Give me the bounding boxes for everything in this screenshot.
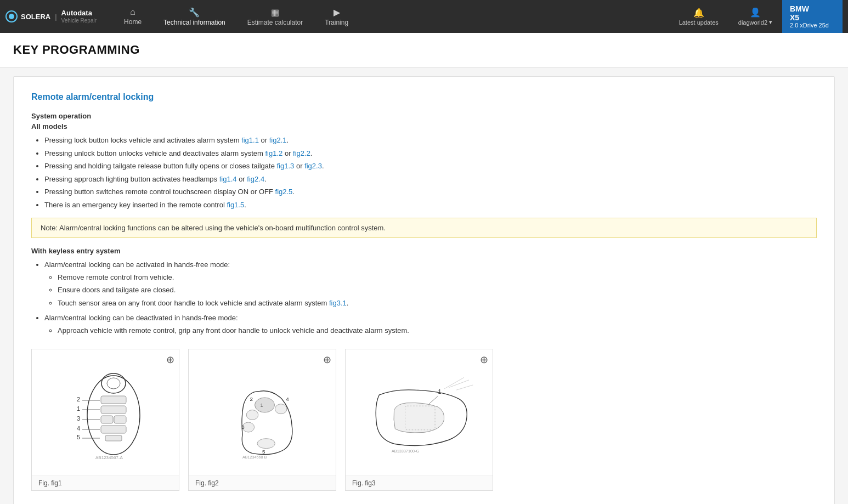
key-fig2-svg: 2 3 4 1 5 xyxy=(213,363,312,462)
list-item: Pressing button switches remote control … xyxy=(44,186,817,197)
wrench-icon: 🔧 xyxy=(189,7,200,18)
note-text: Note: Alarm/central locking functions ca… xyxy=(41,224,386,232)
list-item: Alarm/central locking can be activated i… xyxy=(44,259,817,308)
fig2-1-link[interactable]: fig2.1 xyxy=(269,136,287,144)
figure-card-fig1: ⊕ xyxy=(31,349,179,491)
nav-estimate-calculator[interactable]: ▦ Estimate calculator xyxy=(236,0,314,33)
svg-line-35 xyxy=(429,396,438,404)
fig2-2-link[interactable]: fig2.2 xyxy=(293,149,310,157)
main-content: Remote alarm/central locking System oper… xyxy=(0,67,848,504)
brand-divider: | xyxy=(55,13,56,21)
vehicle-brand: BMW xyxy=(790,4,835,13)
keyless-list: Alarm/central locking can be activated i… xyxy=(31,259,817,336)
nav-home[interactable]: ⌂ Home xyxy=(113,0,152,33)
figure-image-fig1: 2 1 3 4 5 AB1234567-A xyxy=(32,349,179,475)
nav-right: 🔔 Latest updates 👤 diagworld2 ▾ xyxy=(669,0,782,33)
svg-text:1: 1 xyxy=(260,403,263,408)
bell-icon: 🔔 xyxy=(693,8,704,18)
page-title: KEY PROGRAMMING xyxy=(13,43,835,57)
list-item: Pressing lock button locks vehicle and a… xyxy=(44,135,817,146)
list-item: Pressing unlock button unlocks vehicle a… xyxy=(44,148,817,159)
nav-items: ⌂ Home 🔧 Technical information ▦ Estimat… xyxy=(113,0,669,33)
section-title: Remote alarm/central locking xyxy=(31,92,817,102)
fig2-4-link[interactable]: fig2.4 xyxy=(247,175,264,183)
svg-point-3 xyxy=(101,373,126,393)
svg-text:5: 5 xyxy=(262,449,265,455)
svg-text:2: 2 xyxy=(250,396,253,402)
svg-text:4: 4 xyxy=(77,425,80,432)
fig2-5-link[interactable]: fig2.5 xyxy=(275,188,293,196)
svg-rect-5 xyxy=(101,396,126,404)
zoom-icon-fig3[interactable]: ⊕ xyxy=(480,354,488,366)
fig1-4-link[interactable]: fig1.4 xyxy=(219,175,237,183)
list-item: Pressing and holding tailgate release bu… xyxy=(44,161,817,172)
svg-text:5: 5 xyxy=(77,434,80,440)
keyless-heading: With keyless entry system xyxy=(31,247,817,255)
fig2-3-link[interactable]: fig2.3 xyxy=(304,162,322,170)
autodata-brand: Autodata Vehicle Repair xyxy=(61,9,97,24)
user-label: diagworld2 ▾ xyxy=(738,19,772,26)
svg-rect-7 xyxy=(101,416,113,423)
system-operation: System operation All models Pressing loc… xyxy=(31,112,817,210)
door-handle-fig3-svg: 1 AB13337100-G xyxy=(364,369,474,456)
latest-updates-label: Latest updates xyxy=(679,19,719,26)
latest-updates-button[interactable]: 🔔 Latest updates xyxy=(669,0,728,33)
list-item: There is an emergency key inserted in th… xyxy=(44,200,817,211)
svg-point-1 xyxy=(9,14,14,19)
brand-logo: SOLERA | Autodata Vehicle Repair xyxy=(5,9,97,24)
fig1-5-link[interactable]: fig1.5 xyxy=(227,201,244,209)
list-item: Approach vehicle with remote control, gr… xyxy=(58,325,817,336)
chevron-down-icon: ▾ xyxy=(769,19,772,26)
nav-training-label: Training xyxy=(325,19,348,26)
svg-rect-8 xyxy=(114,416,126,423)
svg-point-4 xyxy=(107,378,120,389)
fig1-1-link[interactable]: fig1.1 xyxy=(241,136,259,144)
svg-point-30 xyxy=(257,439,275,449)
list-item: Alarm/central locking can be deactivated… xyxy=(44,313,817,336)
svg-text:3: 3 xyxy=(77,415,80,422)
svg-text:4: 4 xyxy=(286,396,289,402)
vehicle-model: X5 xyxy=(790,13,835,22)
play-icon: ▶ xyxy=(333,7,340,18)
keyless-activate-sublist: Remove remote control from vehicle. Ensu… xyxy=(44,272,817,309)
svg-point-23 xyxy=(246,410,258,420)
zoom-icon-fig1[interactable]: ⊕ xyxy=(166,354,174,366)
solera-icon xyxy=(5,10,18,22)
list-item: Touch sensor area on any front door hand… xyxy=(58,298,817,309)
svg-line-36 xyxy=(449,380,469,388)
svg-text:1: 1 xyxy=(438,388,442,395)
note-box: Note: Alarm/central locking functions ca… xyxy=(31,218,817,238)
vehicle-badge[interactable]: BMW X5 2.0 xDrive 25d xyxy=(782,0,843,33)
svg-text:AB13337100-G: AB13337100-G xyxy=(392,449,419,454)
nav-training[interactable]: ▶ Training xyxy=(314,0,359,33)
keyless-section: With keyless entry system Alarm/central … xyxy=(31,247,817,336)
nav-technical-information[interactable]: 🔧 Technical information xyxy=(152,0,236,33)
autodata-tagline: Vehicle Repair xyxy=(61,18,97,24)
svg-text:AB1234568 B: AB1234568 B xyxy=(242,455,267,460)
fig1-3-link[interactable]: fig1.3 xyxy=(277,162,295,170)
svg-rect-10 xyxy=(105,435,122,441)
list-item: Pressing approach lighting button activa… xyxy=(44,174,817,185)
user-icon: 👤 xyxy=(750,7,761,18)
svg-line-37 xyxy=(456,385,473,390)
figures-grid: ⊕ xyxy=(31,349,817,491)
svg-text:1: 1 xyxy=(77,405,80,412)
fig3-1-link[interactable]: fig3.1 xyxy=(329,299,347,307)
content-card: Remote alarm/central locking System oper… xyxy=(13,76,835,504)
list-item: Remove remote control from vehicle. xyxy=(58,272,817,283)
keyless-deactivate-sublist: Approach vehicle with remote control, gr… xyxy=(44,325,817,336)
home-icon: ⌂ xyxy=(130,7,135,17)
all-models-heading: All models xyxy=(31,122,817,131)
figure-card-fig2: ⊕ 2 3 xyxy=(188,349,336,491)
zoom-icon-fig2[interactable]: ⊕ xyxy=(323,354,331,366)
svg-rect-6 xyxy=(101,406,126,414)
svg-point-22 xyxy=(255,398,275,412)
figure-label-fig1: Fig. fig1 xyxy=(32,475,179,490)
svg-point-2 xyxy=(87,376,140,455)
svg-text:3: 3 xyxy=(241,424,245,430)
svg-text:2: 2 xyxy=(77,396,80,403)
fig1-2-link[interactable]: fig1.2 xyxy=(265,149,282,157)
system-operation-heading: System operation xyxy=(31,112,817,120)
user-menu-button[interactable]: 👤 diagworld2 ▾ xyxy=(728,0,782,33)
key-fig1-svg: 2 1 3 4 5 AB1234567-A xyxy=(61,360,149,465)
